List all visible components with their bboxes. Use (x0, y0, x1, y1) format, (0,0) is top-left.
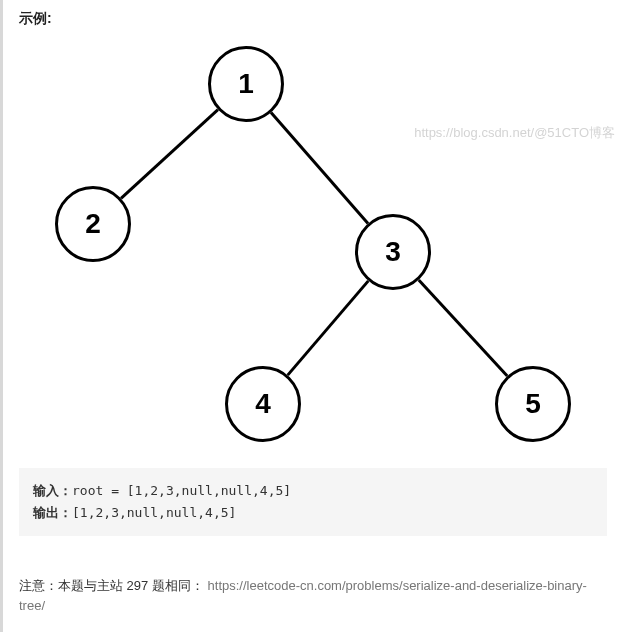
tree-node-1: 1 (208, 46, 284, 122)
input-label: 输入： (33, 483, 72, 498)
input-value: root = [1,2,3,null,null,4,5] (72, 483, 291, 498)
tree-node-2: 2 (55, 186, 131, 262)
code-block: 输入：root = [1,2,3,null,null,4,5] 输出：[1,2,… (19, 468, 607, 536)
node-label: 5 (525, 388, 541, 420)
output-line: 输出：[1,2,3,null,null,4,5] (33, 502, 593, 524)
node-label: 1 (238, 68, 254, 100)
output-label: 输出： (33, 505, 72, 520)
tree-node-4: 4 (225, 366, 301, 442)
edge-3-5 (419, 280, 508, 376)
note: 注意：本题与主站 297 题相同： https://leetcode-cn.co… (19, 576, 607, 615)
output-value: [1,2,3,null,null,4,5] (72, 505, 236, 520)
tree-node-3: 3 (355, 214, 431, 290)
node-label: 2 (85, 208, 101, 240)
edge-1-2 (121, 110, 218, 199)
node-label: 3 (385, 236, 401, 268)
note-prefix: 注意：本题与主站 297 题相同： (19, 578, 204, 593)
tree-diagram: 1 2 3 4 5 (33, 36, 593, 456)
tree-node-5: 5 (495, 366, 571, 442)
edge-1-3 (271, 113, 368, 224)
input-line: 输入：root = [1,2,3,null,null,4,5] (33, 480, 593, 502)
node-label: 4 (255, 388, 271, 420)
example-heading: 示例: (19, 10, 607, 28)
edge-3-4 (288, 281, 369, 375)
